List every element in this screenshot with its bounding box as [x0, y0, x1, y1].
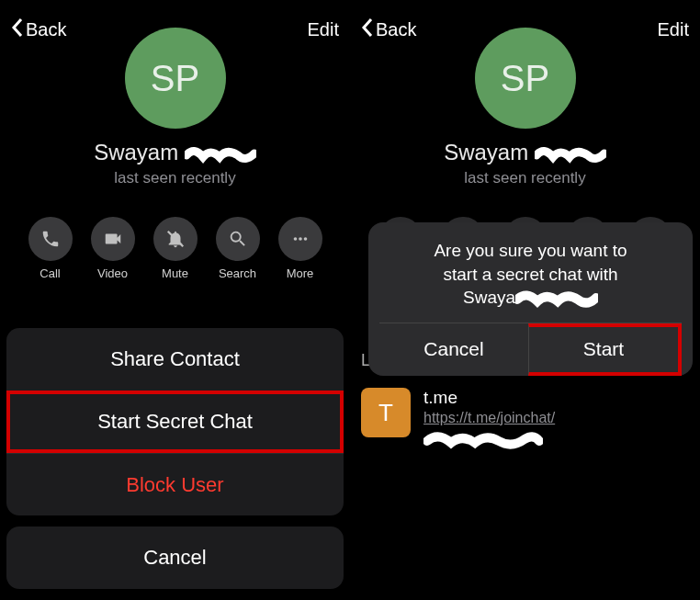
link-url[interactable]: https://t.me/joinchat/	[423, 410, 689, 426]
svg-point-3	[303, 237, 307, 241]
link-info: t.me https://t.me/joinchat/	[423, 388, 689, 450]
mute-label: Mute	[162, 266, 188, 280]
censored-scribble	[423, 430, 689, 450]
shared-link-row[interactable]: T t.me https://t.me/joinchat/	[361, 388, 689, 450]
video-action[interactable]: Video	[91, 217, 135, 280]
contact-name-text: Swayam	[444, 140, 528, 164]
dialog-message: Are you sure you want to start a secret …	[379, 239, 682, 313]
chevron-left-icon	[361, 17, 374, 42]
action-sheet: Share Contact Start Secret Chat Block Us…	[6, 328, 344, 600]
mute-action[interactable]: Mute	[153, 217, 198, 280]
start-secret-chat-item[interactable]: Start Secret Chat	[6, 391, 344, 453]
search-icon	[216, 217, 260, 261]
call-action[interactable]: Call	[28, 217, 73, 280]
video-icon	[91, 217, 135, 261]
confirm-dialog: Are you sure you want to start a secret …	[368, 222, 693, 376]
action-sheet-group: Share Contact Start Secret Chat Block Us…	[6, 328, 344, 515]
censored-scribble	[515, 289, 598, 309]
censored-scribble	[185, 144, 256, 164]
phone-icon	[28, 217, 73, 261]
contact-name: Swayam	[0, 140, 350, 165]
avatar-initials: SP	[151, 58, 199, 99]
last-seen-status: last seen recently	[0, 169, 350, 187]
search-label: Search	[219, 266, 256, 280]
more-action[interactable]: More	[278, 217, 322, 280]
block-user-item[interactable]: Block User	[6, 453, 344, 515]
action-sheet-cancel-group: Cancel	[6, 526, 344, 589]
chevron-left-icon	[11, 17, 24, 42]
dialog-cancel-button[interactable]: Cancel	[379, 323, 528, 376]
last-seen-status: last seen recently	[350, 169, 700, 187]
quick-actions-row: Call Video Mute Search More	[0, 217, 350, 280]
bell-slash-icon	[153, 217, 198, 261]
share-contact-item[interactable]: Share Contact	[6, 328, 344, 391]
link-thumb: T	[361, 388, 411, 437]
dialog-name-prefix: Swaya	[463, 288, 515, 307]
link-title: t.me	[423, 388, 689, 408]
svg-point-1	[293, 237, 297, 241]
back-label: Back	[26, 19, 66, 40]
edit-button[interactable]: Edit	[308, 19, 339, 40]
back-label: Back	[376, 19, 416, 40]
back-button[interactable]: Back	[11, 17, 66, 42]
cancel-item[interactable]: Cancel	[6, 526, 344, 589]
call-label: Call	[40, 266, 60, 280]
dialog-line2: start a secret chat with	[443, 265, 617, 284]
avatar[interactable]: SP	[475, 28, 576, 129]
more-icon	[278, 217, 322, 261]
left-screenshot: Back Edit SP Swayam last seen recently C…	[0, 0, 350, 600]
avatar[interactable]: SP	[125, 28, 226, 129]
censored-scribble	[535, 144, 606, 164]
dialog-buttons: Cancel Start	[379, 323, 682, 376]
video-label: Video	[97, 266, 128, 280]
right-screenshot: Back Edit SP Swayam last seen recently L…	[350, 0, 700, 600]
dialog-line1: Are you sure you want to	[434, 241, 627, 260]
svg-point-2	[299, 237, 302, 241]
avatar-initials: SP	[501, 58, 549, 99]
dialog-start-button[interactable]: Start	[528, 323, 682, 376]
back-button[interactable]: Back	[361, 17, 416, 42]
contact-name: Swayam	[350, 140, 700, 165]
more-label: More	[287, 266, 314, 280]
search-action[interactable]: Search	[216, 217, 260, 280]
contact-name-text: Swayam	[94, 140, 178, 164]
edit-button[interactable]: Edit	[658, 19, 689, 40]
